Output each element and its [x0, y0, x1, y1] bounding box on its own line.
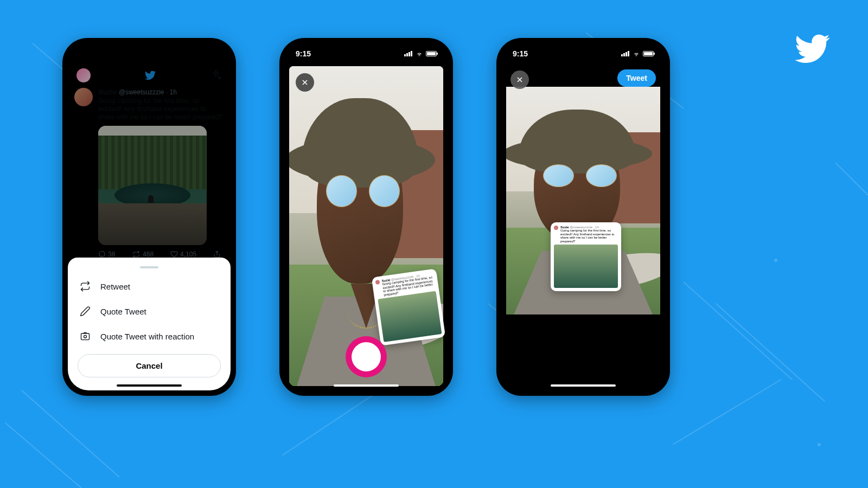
close-button[interactable]	[296, 73, 314, 92]
svg-point-1	[774, 259, 777, 262]
quote-tweet-option[interactable]: Quote Tweet	[78, 299, 221, 324]
wifi-icon	[416, 51, 423, 57]
battery-icon	[209, 51, 220, 56]
sheet-grabber[interactable]	[140, 266, 158, 268]
phone-mockup-3: 9:15 Tweet	[496, 38, 670, 396]
quoted-tweet-overlay[interactable]: Suzie @sweetsuzzzie · 1h Going camping f…	[551, 222, 621, 291]
retweet-action-sheet: Retweet Quote Tweet Quote Tweet with rea…	[68, 258, 231, 390]
phone-notch	[328, 43, 404, 56]
phone-mockups-row: 9:15 Suzie@sweetsuzzzie · 1h	[62, 38, 670, 396]
svg-point-5	[84, 335, 87, 338]
svg-point-3	[818, 443, 821, 446]
tweet-button[interactable]: Tweet	[617, 69, 656, 87]
home-indicator[interactable]	[117, 384, 182, 387]
phone-mockup-1: 9:15 Suzie@sweetsuzzzie · 1h	[62, 38, 236, 396]
close-button[interactable]	[510, 70, 529, 89]
retweet-icon	[80, 281, 91, 292]
record-button[interactable]	[346, 336, 387, 377]
battery-icon	[426, 51, 437, 56]
home-indicator[interactable]	[334, 384, 399, 387]
svg-rect-4	[81, 333, 90, 340]
battery-icon	[643, 51, 654, 56]
status-time: 9:15	[513, 49, 528, 58]
phone-notch	[111, 43, 187, 56]
cancel-button[interactable]: Cancel	[78, 354, 221, 377]
quote-reaction-label: Quote Tweet with reaction	[100, 332, 194, 341]
camera-reaction-icon	[80, 331, 91, 342]
phone-notch	[545, 43, 621, 56]
status-time: 9:15	[79, 49, 94, 58]
wifi-icon	[199, 51, 206, 57]
wifi-icon	[633, 51, 640, 57]
status-time: 9:15	[296, 49, 311, 58]
signal-icon	[621, 49, 630, 58]
pencil-icon	[80, 306, 91, 317]
close-icon	[515, 75, 524, 84]
mini-tweet-image	[378, 291, 442, 342]
phone-mockup-2: 9:15	[279, 38, 453, 396]
twitter-logo-icon	[789, 30, 835, 68]
mini-tweet-image	[554, 245, 618, 288]
retweet-label: Retweet	[100, 282, 130, 291]
quoted-tweet-overlay[interactable]: Suzie @sweetsuzzzie · 1h Going camping f…	[372, 268, 446, 346]
mini-avatar	[375, 280, 380, 285]
signal-icon	[187, 49, 196, 58]
quote-reaction-option[interactable]: Quote Tweet with reaction	[78, 324, 221, 349]
retweet-option[interactable]: Retweet	[78, 274, 221, 299]
quote-tweet-label: Quote Tweet	[100, 307, 146, 316]
home-indicator[interactable]	[551, 384, 616, 387]
signal-icon	[404, 49, 413, 58]
mini-avatar	[554, 226, 558, 230]
close-icon	[301, 78, 309, 87]
mini-tweet-text: Going camping for the first time, so exc…	[560, 229, 618, 243]
